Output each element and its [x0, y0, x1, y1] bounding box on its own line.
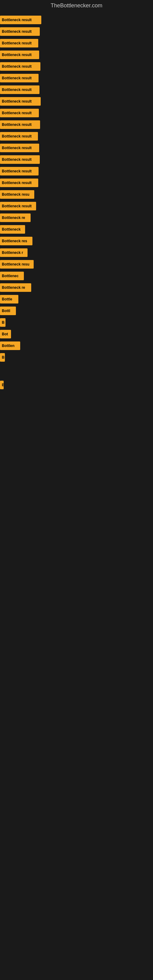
- result-bar: Bottleneck result: [0, 27, 40, 36]
- result-bar: Bottleneck result: [0, 74, 38, 83]
- bar-label: Bottleneck result: [2, 158, 32, 162]
- bar-label: Bottleneck r: [2, 250, 23, 255]
- bar-row: Bottleneck result: [0, 85, 153, 95]
- bar-row: Bottl: [0, 306, 153, 316]
- result-bar: B: [0, 353, 5, 362]
- bar-row: Bottleneck: [0, 224, 153, 234]
- bar-row: [0, 364, 153, 370]
- bar-row: Bottleneck r: [0, 248, 153, 258]
- result-bar: Bottleneck result: [0, 62, 40, 71]
- bar-label: Bottleneck res: [2, 239, 27, 243]
- bar-row: B: [0, 318, 153, 328]
- bar-row: Bottleneck result: [0, 178, 153, 188]
- bar-row: Bottlenec: [0, 271, 153, 281]
- bar-row: Bottle: [0, 294, 153, 304]
- bar-label: Bottleneck result: [2, 99, 32, 103]
- bar-row: Bottleneck re: [0, 283, 153, 293]
- result-bar: Bottleneck result: [0, 51, 39, 59]
- result-bar: Bottleneck: [0, 225, 25, 234]
- bar-label: Bottlenec: [2, 274, 19, 278]
- bar-label: Bottleneck re: [2, 216, 25, 220]
- result-bar: Bottlen: [0, 342, 20, 350]
- bar-label: Bottleneck result: [2, 181, 32, 185]
- bar-label: Bottle: [2, 297, 12, 301]
- bar-row: B: [0, 353, 153, 362]
- bar-label: Bottleneck result: [2, 134, 32, 138]
- bar-label: Bottleneck result: [2, 52, 32, 57]
- result-bar: Bottleneck result: [0, 86, 40, 94]
- bar-row: Bottleneck res: [0, 236, 153, 246]
- bar-row: Bottleneck result: [0, 131, 153, 141]
- bar-row: [0, 392, 153, 398]
- result-bar: Bottleneck result: [0, 120, 40, 129]
- bar-row: Bottleneck result: [0, 155, 153, 164]
- bar-label: Bottleneck result: [2, 123, 32, 127]
- bar-row: Bottleneck result: [0, 201, 153, 211]
- result-bar: Bottl: [0, 307, 16, 315]
- result-bar: Bottleneck result: [0, 39, 38, 48]
- bar-row: Bottleneck result: [0, 50, 153, 60]
- result-bar: Bottleneck res: [0, 237, 32, 245]
- bar-label: Bottleneck re: [2, 285, 25, 290]
- bar-label: Bottleneck result: [2, 169, 32, 173]
- result-bar: Bottleneck result: [0, 167, 38, 175]
- bar-label: Bottleneck result: [2, 41, 32, 45]
- bar-row: Bottleneck result: [0, 97, 153, 106]
- bar-row: Bottleneck re: [0, 213, 153, 223]
- bar-row: Bottleneck resu: [0, 189, 153, 199]
- result-bar: Bottleneck result: [0, 155, 40, 164]
- bar-row: [0, 372, 153, 378]
- result-bar: Bottleneck r: [0, 248, 27, 257]
- bar-row: Bottleneck result: [0, 166, 153, 176]
- result-bar: Bottleneck result: [0, 132, 38, 140]
- bar-label: Bottleneck: [2, 227, 21, 232]
- bar-row: Bottleneck result: [0, 73, 153, 83]
- result-bar: Bottle: [0, 295, 18, 304]
- bar-label: B: [2, 320, 5, 325]
- result-bar: B: [0, 318, 5, 327]
- bar-label: Bottleneck resu: [2, 262, 29, 266]
- bar-row: Bot: [0, 329, 153, 339]
- result-bar: Bottleneck result: [0, 109, 39, 117]
- bar-label: Bottleneck result: [2, 111, 32, 115]
- result-bar: Bottleneck result: [0, 16, 41, 24]
- site-title: TheBottlenecker.com: [0, 0, 153, 10]
- bar-row: B: [0, 380, 153, 390]
- bar-label: Bottleneck result: [2, 146, 32, 150]
- result-bar: Bottleneck re: [0, 283, 31, 292]
- bar-row: Bottleneck result: [0, 120, 153, 130]
- bar-label: Bottleneck resu: [2, 192, 29, 197]
- bar-row: Bottleneck result: [0, 108, 153, 118]
- bar-label: Bottlen: [2, 344, 14, 348]
- bar-row: Bottleneck resu: [0, 259, 153, 269]
- result-bar: Bottlenec: [0, 272, 24, 280]
- bar-label: Bottleneck result: [2, 204, 32, 208]
- bar-label: Bottl: [2, 309, 10, 313]
- result-bar: Bottleneck result: [0, 178, 38, 187]
- bars-container: Bottleneck resultBottleneck resultBottle…: [0, 10, 153, 411]
- bar-label: Bottleneck result: [2, 64, 32, 68]
- bar-row: Bottleneck result: [0, 62, 153, 72]
- bar-row: Bottleneck result: [0, 27, 153, 37]
- result-bar: Bottleneck resu: [0, 260, 33, 269]
- result-bar: B: [0, 381, 4, 389]
- bar-label: Bot: [2, 332, 8, 336]
- bar-label: Bottleneck result: [2, 76, 32, 80]
- bar-label: Bottleneck result: [2, 18, 32, 22]
- bar-row: Bottleneck result: [0, 15, 153, 25]
- bar-label: Bottleneck result: [2, 88, 32, 92]
- result-bar: Bottleneck result: [0, 97, 41, 106]
- result-bar: Bottleneck result: [0, 202, 36, 210]
- bar-label: B: [2, 383, 4, 387]
- bar-label: B: [2, 355, 5, 360]
- bar-row: Bottlen: [0, 341, 153, 351]
- bar-label: Bottleneck result: [2, 29, 32, 34]
- bar-row: Bottleneck result: [0, 38, 153, 48]
- result-bar: Bottleneck result: [0, 144, 39, 152]
- result-bar: Bottleneck resu: [0, 190, 34, 199]
- result-bar: Bottleneck re: [0, 213, 30, 222]
- result-bar: Bot: [0, 330, 11, 339]
- bar-row: [0, 400, 153, 406]
- bar-row: Bottleneck result: [0, 143, 153, 153]
